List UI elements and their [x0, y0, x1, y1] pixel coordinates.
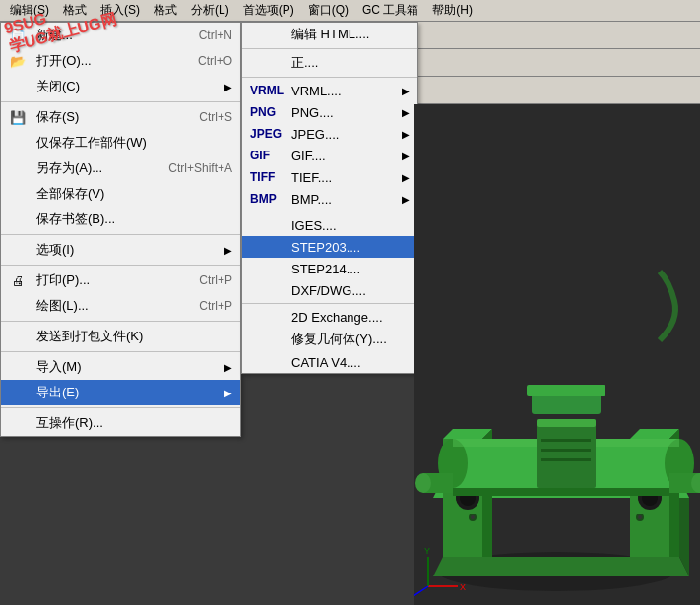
menu-item-open[interactable]: 📂 打开(O)... Ctrl+O [1, 48, 240, 74]
menu-item-save[interactable]: 💾 保存(S) Ctrl+S [1, 104, 240, 130]
svg-rect-50 [537, 419, 596, 488]
main-menu: 📄 新建... Ctrl+N 📂 打开(O)... Ctrl+O 关闭(C) ▶… [0, 22, 241, 437]
submenu-png[interactable]: PNG PNG.... ▶ [242, 101, 417, 123]
svg-rect-61 [527, 385, 605, 396]
print-icon: 🖨 [5, 270, 31, 291]
options-icon [5, 239, 31, 261]
separator-1 [1, 101, 240, 102]
png-arrow-icon: ▶ [402, 107, 410, 118]
svg-rect-51 [537, 419, 596, 427]
submenu-step203[interactable]: STEP203.... [242, 236, 417, 258]
close-arrow-icon: ▶ [224, 82, 232, 92]
gif-arrow-icon: ▶ [402, 151, 410, 161]
submenu-catia[interactable]: CATIA V4.... [242, 351, 417, 373]
separator-6 [1, 407, 240, 408]
submenu-2dexchange[interactable]: 2D Exchange.... [242, 306, 417, 328]
menu-item-interact[interactable]: 互操作(R)... [1, 410, 240, 436]
svg-rect-46 [453, 488, 679, 496]
menu-item-send[interactable]: 发送到打包文件(K) [1, 324, 240, 349]
menu-item-save-all[interactable]: 全部保存(V) [1, 181, 240, 207]
svg-marker-32 [433, 557, 689, 576]
svg-text:Y: Y [424, 546, 430, 556]
export-arrow-icon: ▶ [224, 388, 232, 398]
menu-item-save-bookmark[interactable]: 保存书签(B)... [1, 207, 240, 232]
export-icon [5, 382, 31, 403]
menu-item-drawing[interactable]: 绘图(L)... Ctrl+P [1, 293, 240, 319]
menu-item-save-as[interactable]: 另存为(A)... Ctrl+Shift+A [1, 155, 240, 181]
menu-preferences[interactable]: 首选项(P) [237, 0, 300, 21]
menu-gc-tools[interactable]: GC 工具箱 [356, 0, 424, 21]
separator-2 [1, 234, 240, 235]
drawing-icon [5, 295, 31, 317]
submenu-edit-html[interactable]: 编辑 HTML.... [242, 23, 417, 46]
menu-item-export[interactable]: 导出(E) ▶ [1, 380, 240, 405]
svg-rect-53 [541, 449, 591, 452]
submenu-sep-3 [242, 303, 417, 304]
submenu-sep-1 [242, 77, 417, 78]
separator-4 [1, 321, 240, 322]
export-submenu: 编辑 HTML.... 正.... VRML VRML.... ▶ PNG PN… [241, 22, 418, 374]
vrml-arrow-icon: ▶ [402, 86, 410, 96]
jpeg-arrow-icon: ▶ [402, 129, 410, 140]
bolt-1-inner [471, 515, 475, 519]
3d-model-view: X Y Z [414, 104, 700, 605]
separator-5 [1, 351, 240, 352]
bmp-arrow-icon: ▶ [402, 194, 410, 205]
import-icon [5, 356, 31, 378]
submenu-repair[interactable]: 修复几何体(Y).... [242, 328, 417, 351]
save-file-icon: 💾 [5, 106, 31, 128]
menu-item-import[interactable]: 导入(M) ▶ [1, 354, 240, 380]
submenu-dxf[interactable]: DXF/DWG.... [242, 279, 417, 301]
submenu-pi[interactable]: 正.... [242, 51, 417, 75]
import-arrow-icon: ▶ [224, 362, 232, 373]
save-work-icon [5, 132, 31, 153]
interact-icon [5, 412, 31, 434]
menu-window[interactable]: 窗口(Q) [302, 0, 354, 21]
submenu-iges[interactable]: IGES.... [242, 214, 417, 236]
submenu-bmp[interactable]: BMP BMP.... ▶ [242, 188, 417, 210]
svg-text:X: X [460, 582, 466, 592]
menu-item-close[interactable]: 关闭(C) ▶ [1, 74, 240, 99]
bolt-2-inner [638, 515, 642, 519]
separator-3 [1, 265, 240, 266]
menu-item-save-work[interactable]: 仅保存工作部件(W) [1, 130, 240, 155]
menu-item-options[interactable]: 选项(I) ▶ [1, 237, 240, 263]
submenu-vrml[interactable]: VRML VRML.... ▶ [242, 80, 417, 101]
save-all-icon [5, 183, 31, 205]
menu-item-print[interactable]: 🖨 打印(P)... Ctrl+P [1, 268, 240, 293]
svg-rect-54 [541, 458, 591, 461]
menu-analysis[interactable]: 分析(L) [185, 0, 235, 21]
menu-help[interactable]: 帮助(H) [426, 0, 478, 21]
options-arrow-icon: ▶ [224, 245, 232, 256]
send-icon [5, 326, 31, 347]
submenu-jpeg[interactable]: JPEG JPEG.... ▶ [242, 123, 417, 145]
save-as-icon [5, 157, 31, 179]
submenu-tiff[interactable]: TIFF TIEF.... ▶ [242, 166, 417, 188]
cad-viewport: X Y Z [414, 104, 700, 605]
submenu-sep-0 [242, 48, 417, 49]
svg-point-56 [415, 473, 431, 493]
submenu-step214[interactable]: STEP214.... [242, 258, 417, 279]
submenu-sep-2 [242, 212, 417, 212]
submenu-gif[interactable]: GIF GIF.... ▶ [242, 145, 417, 166]
menu-format2[interactable]: 格式 [148, 0, 183, 21]
tiff-arrow-icon: ▶ [402, 172, 410, 183]
bookmark-icon [5, 209, 31, 230]
svg-rect-52 [541, 439, 591, 442]
close-file-icon [5, 76, 31, 97]
